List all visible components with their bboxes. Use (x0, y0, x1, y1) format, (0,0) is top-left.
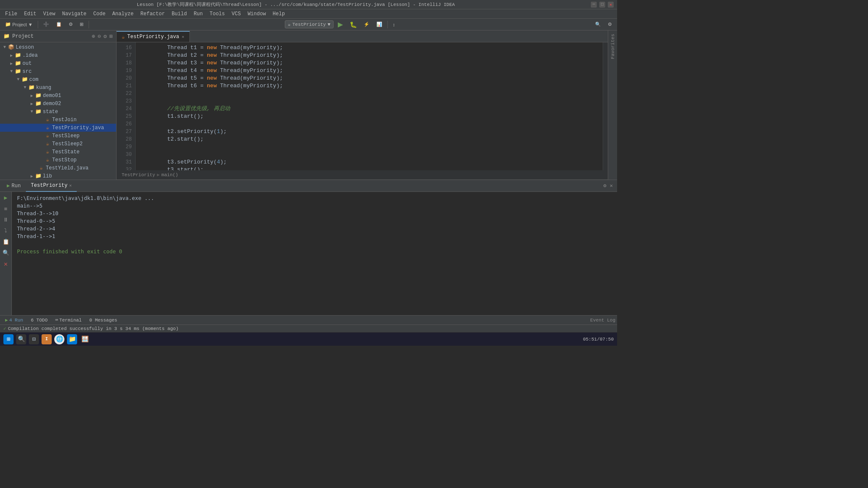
start-button[interactable]: ⊞ (3, 334, 14, 344)
tree-item-com[interactable]: ▼ 📁 com (0, 75, 116, 83)
tree-label: TestJoin (52, 117, 77, 123)
menu-view[interactable]: View (40, 10, 59, 18)
toolbar-settings-button[interactable]: ⚙ (66, 21, 75, 28)
toolbar-layout-button[interactable]: ⊞ (77, 21, 86, 28)
settings-icon[interactable]: ⚙ (604, 183, 606, 189)
code-line-19: Thread t4 = new Thread(myPriority); (141, 67, 598, 75)
tree-item-idea[interactable]: ▶ 📁 .idea (0, 51, 116, 59)
file-tab-testpriority[interactable]: ☕ TestPriority.java ✕ (117, 31, 190, 42)
intellij-taskbar[interactable]: I (42, 334, 52, 344)
menu-file[interactable]: File (2, 10, 21, 18)
messages-toolwindow-button[interactable]: 0 Messages (86, 317, 121, 324)
bottom-panel-actions: ⚙ ✕ (604, 183, 615, 189)
notification-bar: ✓ Compilation completed successfully in … (0, 324, 617, 332)
tree-item-testpriority[interactable]: ☕ TestPriority.java (0, 124, 116, 132)
menu-code[interactable]: Code (90, 10, 109, 18)
toolbar-copy-button[interactable]: 📋 (53, 21, 64, 28)
bottom-panel: ▶ Run TestPriority ✕ ⚙ ✕ ▶ ■ ⏸ ⤵ 📋 🔍 ✕ (0, 180, 617, 315)
tree-item-teststop[interactable]: ☕ TestStop (0, 156, 116, 164)
project-header-actions: ⊕ ⊖ ⚙ ⊞ (92, 33, 113, 40)
toolbar-search-button[interactable]: 🔍 (593, 21, 604, 28)
folder-icon: 📁 (35, 108, 42, 115)
tree-label: demo02 (43, 101, 61, 107)
breadcrumb-separator: ▶ (157, 172, 160, 177)
run-config-name: TestPriority (292, 22, 326, 27)
rerun-button[interactable]: ▶ (2, 194, 10, 202)
chrome-taskbar[interactable]: 🌐 (54, 334, 64, 344)
debug-button[interactable]: 🐛 (347, 20, 359, 29)
menu-vcs[interactable]: VCS (228, 10, 245, 18)
collapse-all-icon[interactable]: ⊖ (98, 33, 101, 40)
restore-button[interactable]: □ (599, 2, 605, 8)
tree-item-demo02[interactable]: ▶ 📁 demo02 (0, 100, 116, 108)
menu-build[interactable]: Build (168, 10, 190, 18)
bottom-tab-close[interactable]: ✕ (69, 183, 72, 188)
gear-icon[interactable]: ⚙ (103, 33, 107, 40)
pause-button[interactable]: ⏸ (2, 216, 10, 224)
toolbar-project-button[interactable]: 📁 Project ▼ (3, 21, 35, 28)
file-tab-name: TestPriority.java (127, 34, 179, 40)
toolbar-add-button[interactable]: ➕ (41, 21, 52, 28)
menu-refactor[interactable]: Refactor (137, 10, 168, 18)
explorer-taskbar[interactable]: 📁 (67, 334, 77, 344)
java-icon: ☕ (38, 165, 45, 171)
tree-item-src[interactable]: ▼ 📁 src (0, 67, 116, 75)
terminal-toolwindow-button[interactable]: ⌨ Terminal (52, 316, 85, 324)
menu-help[interactable]: Help (269, 10, 288, 18)
dump-button[interactable]: 📋 (2, 238, 10, 246)
bottom-tab-testpriority[interactable]: TestPriority ✕ (26, 180, 77, 192)
menu-analyze[interactable]: Analyze (109, 10, 137, 18)
run-toolwindow-button[interactable]: ▶ 4 Run (2, 316, 27, 324)
stop-button[interactable]: ■ (2, 205, 10, 213)
toolbar-settings2-button[interactable]: ⚙ (605, 21, 615, 28)
menu-window[interactable]: Window (244, 10, 269, 18)
code-line-25: t1.start(); (141, 113, 598, 120)
right-sidebar-label[interactable]: Favorites (609, 32, 616, 61)
todo-toolwindow-button[interactable]: 6 TODO (28, 317, 51, 324)
step-button[interactable]: ⤵ (2, 227, 10, 235)
search-taskbar-button[interactable]: 🔍 (16, 334, 26, 344)
taskbar: ⊞ 🔍 ⊟ I 🌐 📁 🪟 05:51/07:50 (0, 332, 617, 346)
tree-item-lesson[interactable]: ▼ 📦 Lesson (0, 43, 116, 51)
tree-item-testjoin[interactable]: ☕ TestJoin (0, 116, 116, 124)
event-log-button[interactable]: Event Log (590, 318, 615, 323)
menu-edit[interactable]: Edit (21, 10, 40, 18)
toolbar-separator-2 (89, 21, 89, 28)
tree-item-demo01[interactable]: ▶ 📁 demo01 (0, 92, 116, 100)
file-tab-close-button[interactable]: ✕ (182, 34, 184, 39)
folder-icon: 📁 (35, 100, 42, 107)
project-panel-header: 📁 Project ⊕ ⊖ ⚙ ⊞ (0, 30, 116, 42)
code-editor[interactable]: Thread t1 = new Thread(myPriority); Thre… (136, 42, 603, 170)
profiler-button[interactable]: 📊 (374, 21, 385, 28)
taskview-button[interactable]: ⊟ (29, 334, 39, 344)
run-button[interactable]: ▶ (335, 19, 345, 29)
close-icon[interactable]: ✕ (610, 183, 613, 189)
coverage-button[interactable]: ⚡ (361, 21, 372, 28)
menu-tools[interactable]: Tools (206, 10, 228, 18)
tree-item-testsleep[interactable]: ☕ TestSleep (0, 132, 116, 140)
code-line-18: Thread t3 = new Thread(myPriority); (141, 59, 598, 67)
tree-item-testyield[interactable]: ☕ TestYield.java (0, 164, 116, 172)
windows-taskbar[interactable]: 🪟 (80, 334, 90, 344)
tree-item-lib[interactable]: ▶ 📁 lib (0, 172, 116, 180)
bottom-tab-run[interactable]: ▶ Run (2, 180, 26, 192)
tree-item-kuang[interactable]: ▼ 📁 kuang (0, 83, 116, 92)
toolbar-sync-button[interactable]: ↕ (390, 21, 398, 28)
tree-item-out[interactable]: ▶ 📁 out (0, 59, 116, 67)
menu-run[interactable]: Run (190, 10, 206, 18)
run-configuration[interactable]: ☕ TestPriority ▼ (285, 20, 333, 28)
project-sidebar: 📁 Project ⊕ ⊖ ⚙ ⊞ ▼ 📦 Lesson ▶ (0, 30, 117, 180)
close-button[interactable]: ✕ (608, 2, 614, 8)
tree-item-testsleep2[interactable]: ☕ TestSleep2 (0, 140, 116, 148)
tree-item-state[interactable]: ▼ 📁 state (0, 108, 116, 116)
messages-tw-label: 0 Messages (89, 318, 117, 323)
layout-icon[interactable]: ⊞ (109, 33, 113, 40)
minimize-button[interactable]: ─ (591, 2, 597, 8)
close-run-button[interactable]: ✕ (2, 260, 10, 268)
terminal-tw-icon: ⌨ (55, 317, 58, 323)
menu-navigate[interactable]: Navigate (58, 10, 90, 18)
tree-item-teststate[interactable]: ☕ TestState (0, 148, 116, 156)
code-line-22 (141, 90, 598, 97)
expand-all-icon[interactable]: ⊕ (92, 33, 95, 40)
filter-button[interactable]: 🔍 (2, 249, 10, 257)
